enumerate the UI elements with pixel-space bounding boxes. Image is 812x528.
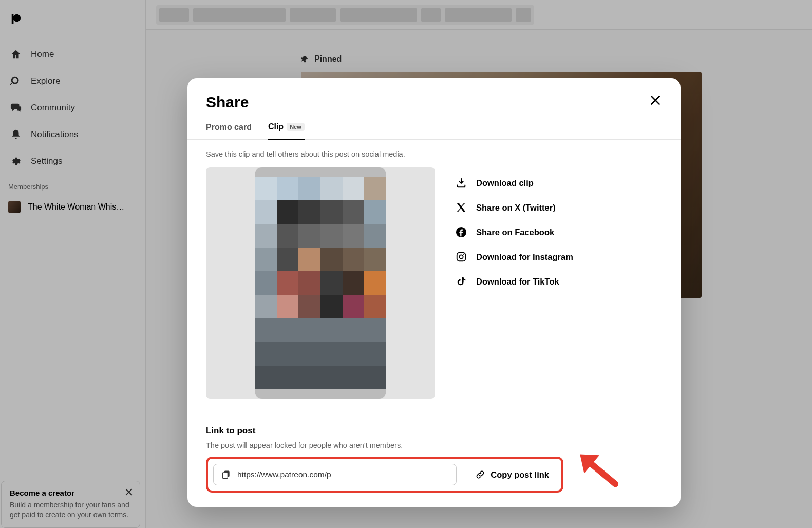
share-modal: Share Promo card Clip New Save this clip… xyxy=(187,78,681,507)
svg-point-2 xyxy=(459,255,463,258)
tabs: Promo card Clip New xyxy=(187,111,681,140)
share-x-button[interactable]: Share on X (Twitter) xyxy=(456,195,662,220)
x-icon xyxy=(456,202,467,213)
download-icon xyxy=(456,177,467,188)
tab-promo-card[interactable]: Promo card xyxy=(206,122,252,139)
tab-clip[interactable]: Clip New xyxy=(268,122,305,140)
close-button[interactable] xyxy=(649,93,662,107)
download-tiktok-button[interactable]: Download for TikTok xyxy=(456,269,662,294)
svg-rect-5 xyxy=(222,473,228,479)
link-row-highlight: Copy post link xyxy=(206,457,563,493)
download-clip-button[interactable]: Download clip xyxy=(456,171,662,195)
instagram-icon xyxy=(456,251,467,262)
helper-text: Save this clip and tell others about thi… xyxy=(206,150,662,158)
modal-title: Share xyxy=(206,93,249,111)
link-icon xyxy=(475,469,485,480)
clip-preview xyxy=(206,167,435,399)
badge-new: New xyxy=(287,123,305,131)
link-input-wrap[interactable] xyxy=(213,464,457,485)
link-url-input[interactable] xyxy=(237,470,449,479)
link-section-title: Link to post xyxy=(206,426,662,436)
share-options: Download clip Share on X (Twitter) Share… xyxy=(456,167,662,294)
copy-icon xyxy=(221,469,231,480)
facebook-icon xyxy=(456,227,467,238)
tiktok-icon xyxy=(456,276,467,287)
copy-post-link-button[interactable]: Copy post link xyxy=(468,464,556,485)
share-facebook-button[interactable]: Share on Facebook xyxy=(456,220,662,244)
download-instagram-button[interactable]: Download for Instagram xyxy=(456,244,662,269)
svg-point-3 xyxy=(463,254,464,255)
link-section-desc: The post will appear locked for people w… xyxy=(206,441,662,449)
